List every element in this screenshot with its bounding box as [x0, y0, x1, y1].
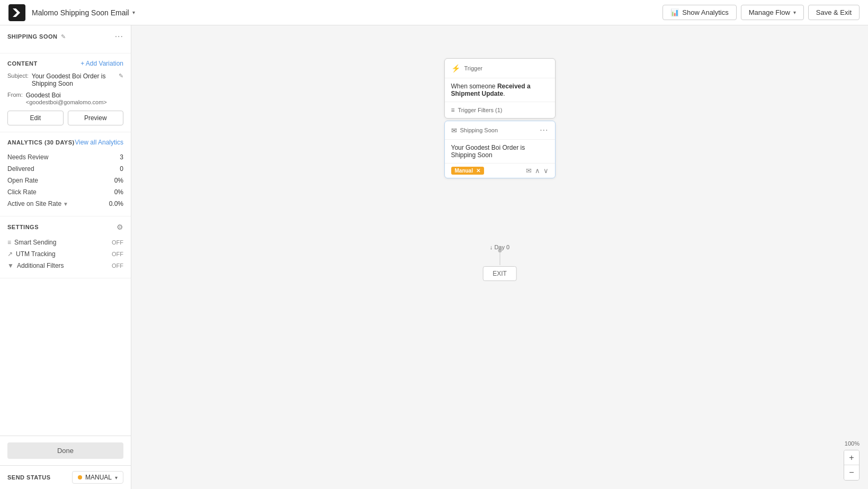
- analytics-section: ANALYTICS (30 DAYS) View all Analytics N…: [0, 132, 131, 216]
- analytics-title: ANALYTICS (30 DAYS): [7, 139, 75, 146]
- trigger-node-header: ⚡ Trigger: [445, 59, 555, 78]
- top-nav: Malomo Shipping Soon Email ▾ 📊 Show Anal…: [0, 0, 868, 25]
- badge-x-icon[interactable]: ✕: [476, 168, 480, 174]
- zoom-in-button[interactable]: +: [844, 450, 859, 465]
- content-actions: Edit Preview: [7, 111, 123, 125]
- content-title: CONTENT: [7, 60, 38, 67]
- shipping-soon-title: SHIPPING SOON: [7, 33, 58, 40]
- email-node-type: Shipping Soon: [460, 127, 498, 133]
- smart-sending-label: Smart Sending: [14, 239, 56, 246]
- utm-tracking-row: ↗ UTM Tracking OFF: [7, 248, 123, 260]
- sidebar: SHIPPING SOON ✎ ··· CONTENT + Add Variat…: [0, 25, 131, 489]
- lightning-icon: ⚡: [451, 64, 460, 73]
- shipping-soon-title-row: SHIPPING SOON ✎: [7, 33, 66, 40]
- analytics-delivered: Delivered 0: [7, 163, 123, 175]
- smart-sending-icon: ≡: [7, 239, 11, 246]
- edit-button[interactable]: Edit: [7, 111, 64, 125]
- additional-filters-value: OFF: [112, 262, 123, 269]
- trigger-node[interactable]: ⚡ Trigger When someone Received a Shipme…: [444, 58, 556, 119]
- zoom-percent: 100%: [845, 440, 860, 447]
- filter-icon: ≡: [451, 106, 455, 114]
- save-exit-button[interactable]: Save & Exit: [808, 5, 860, 20]
- chevron-down-icon: ▾: [132, 10, 135, 15]
- envelope-icon: ✉: [451, 126, 457, 134]
- zoom-btn-group: + −: [844, 450, 860, 481]
- smart-sending-row: ≡ Smart Sending OFF: [7, 237, 123, 248]
- manual-badge[interactable]: Manual ✕: [451, 167, 484, 175]
- nav-right: 📊 Show Analytics Manage Flow ▾ Save & Ex…: [663, 5, 860, 20]
- shipping-soon-header: SHIPPING SOON ✎ ···: [7, 32, 123, 41]
- send-status-value: MANUAL: [85, 474, 112, 481]
- analytics-click-rate: Click Rate 0%: [7, 186, 123, 198]
- main-layout: SHIPPING SOON ✎ ··· CONTENT + Add Variat…: [0, 25, 868, 489]
- arrow-icon: ↓: [490, 244, 493, 250]
- email-node-body: Your Goodest Boi Order is Shipping Soon: [445, 140, 555, 163]
- additional-filters-row: ▼ Additional Filters OFF: [7, 260, 123, 271]
- smart-sending-value: OFF: [112, 239, 123, 246]
- pencil-icon[interactable]: ✎: [61, 33, 66, 40]
- nav-left: Malomo Shipping Soon Email ▾: [8, 4, 135, 21]
- settings-section: SETTINGS ⚙ ≡ Smart Sending OFF ↗ UTM Tra…: [0, 216, 131, 278]
- klaviyo-logo-icon: [8, 4, 25, 21]
- more-options-icon[interactable]: ···: [115, 32, 123, 41]
- analytics-needs-review: Needs Review 3: [7, 151, 123, 163]
- down-action-icon[interactable]: ∨: [543, 167, 549, 175]
- bar-chart-icon: 📊: [670, 8, 679, 16]
- envelope-action-icon[interactable]: ✉: [526, 167, 532, 175]
- view-all-analytics-link[interactable]: View all Analytics: [75, 139, 123, 146]
- trigger-label: Trigger: [464, 65, 482, 71]
- day-label: ↓ Day 0: [490, 244, 509, 250]
- manage-flow-button[interactable]: Manage Flow ▾: [741, 5, 804, 20]
- send-status-selector[interactable]: MANUAL ▾: [72, 471, 123, 484]
- content-header: CONTENT + Add Variation: [7, 60, 123, 67]
- from-label: From:: [7, 92, 23, 98]
- exit-node: EXIT: [482, 266, 517, 281]
- gear-icon[interactable]: ⚙: [117, 223, 123, 231]
- content-section: CONTENT + Add Variation Subject: Your Go…: [0, 53, 131, 132]
- connector-line-2: [499, 250, 500, 265]
- add-variation-link[interactable]: + Add Variation: [80, 60, 123, 67]
- settings-header: SETTINGS ⚙: [7, 223, 123, 231]
- manage-flow-chevron-icon: ▾: [793, 10, 796, 15]
- flow-canvas: ⚡ Trigger When someone Received a Shipme…: [131, 25, 868, 489]
- show-analytics-button[interactable]: 📊 Show Analytics: [663, 5, 736, 20]
- analytics-active-on-site: Active on Site Rate ▼ 0.0%: [7, 198, 123, 210]
- additional-filters-label: Additional Filters: [17, 262, 64, 269]
- flow-name-selector[interactable]: Malomo Shipping Soon Email ▾: [32, 8, 135, 17]
- email-node-footer: Manual ✕ ✉ ∧ ∨: [445, 163, 555, 178]
- send-status-label: SEND STATUS: [7, 474, 51, 481]
- email-node[interactable]: ✉ Shipping Soon ··· Your Goodest Boi Ord…: [444, 121, 556, 178]
- trigger-body: When someone Received a Shipment Update.: [445, 78, 555, 102]
- subject-value: Your Goodest Boi Order is Shipping Soon: [32, 73, 115, 87]
- additional-filters-icon: ▼: [7, 262, 14, 269]
- from-value: Goodest Boi <goodestboi@gomalomo.com>: [26, 92, 107, 105]
- zoom-controls: 100% + −: [844, 440, 860, 481]
- analytics-open-rate: Open Rate 0%: [7, 175, 123, 186]
- from-field: From: Goodest Boi <goodestboi@gomalomo.c…: [7, 92, 123, 105]
- preview-button[interactable]: Preview: [68, 111, 124, 125]
- status-dot-icon: [78, 475, 82, 479]
- subject-label: Subject:: [7, 73, 29, 79]
- subject-edit-icon[interactable]: ✎: [119, 73, 123, 79]
- shipping-soon-section: SHIPPING SOON ✎ ···: [0, 25, 131, 53]
- subject-field: Subject: Your Goodest Boi Order is Shipp…: [7, 73, 123, 87]
- settings-title: SETTINGS: [7, 224, 39, 230]
- send-status-chevron-icon: ▾: [115, 475, 118, 481]
- zoom-out-button[interactable]: −: [844, 465, 859, 480]
- up-action-icon[interactable]: ∧: [535, 167, 540, 175]
- analytics-header: ANALYTICS (30 DAYS) View all Analytics: [7, 139, 123, 146]
- utm-tracking-icon: ↗: [7, 250, 13, 258]
- utm-tracking-value: OFF: [112, 251, 123, 257]
- email-node-more-icon[interactable]: ···: [540, 125, 548, 135]
- utm-tracking-label: UTM Tracking: [16, 250, 56, 258]
- send-status-row: SEND STATUS MANUAL ▾: [0, 465, 131, 489]
- sidebar-spacer: [0, 278, 131, 436]
- done-button[interactable]: Done: [7, 442, 123, 459]
- done-section: Done: [0, 436, 131, 465]
- flow-name-label: Malomo Shipping Soon Email: [32, 8, 129, 17]
- node-actions: ✉ ∧ ∨: [526, 167, 549, 175]
- trigger-filters[interactable]: ≡ Trigger Filters (1): [445, 102, 555, 118]
- analytics-rows: Needs Review 3 Delivered 0 Open Rate 0% …: [7, 151, 123, 210]
- email-node-header: ✉ Shipping Soon ···: [445, 121, 555, 140]
